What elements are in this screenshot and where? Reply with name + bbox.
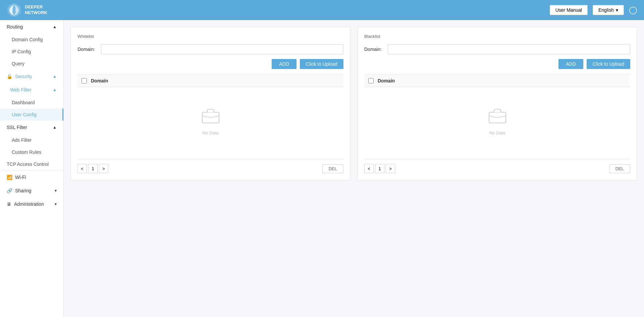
blacklist-del-button[interactable]: DEL: [609, 164, 630, 173]
blacklist-add-button[interactable]: ADD: [558, 59, 583, 69]
blacklist-domain-row: Domain:: [364, 44, 630, 54]
whitelist-no-data-area: No Data: [77, 87, 343, 155]
layout: Routing ▲ Domain Config IP Config Query …: [0, 20, 644, 317]
user-icon[interactable]: ◯: [629, 6, 637, 14]
sidebar-item-security[interactable]: 🔒 Security ▲: [0, 70, 63, 83]
security-label: Security: [15, 74, 32, 79]
chevron-down-icon: ▾: [616, 7, 618, 13]
language-label: English: [598, 7, 614, 13]
sidebar-item-user-config[interactable]: User Config: [0, 109, 63, 121]
sidebar-item-routing[interactable]: Routing ▲: [0, 20, 63, 34]
header: DEEPER NETWORK User Manual English ▾ ◯: [0, 0, 644, 20]
monitor-icon: 🖥: [7, 201, 11, 207]
web-filter-label: Web Filter: [10, 87, 32, 92]
whitelist-panel: Whitelist Domain: ADD Click to Upload Do…: [70, 27, 351, 180]
whitelist-next-page-button[interactable]: >: [99, 164, 108, 173]
whitelist-prev-page-button[interactable]: <: [77, 164, 87, 173]
blacklist-no-data-text: No Data: [489, 130, 505, 135]
sidebar-item-domain-config[interactable]: Domain Config: [0, 34, 63, 46]
routing-chevron: ▲: [53, 24, 57, 29]
whitelist-pagination-row: < 1 > DEL: [77, 159, 343, 173]
sidebar-item-sharing[interactable]: 🔗 Sharing ▾: [0, 184, 63, 197]
whitelist-pagination-controls: < 1 >: [77, 164, 108, 173]
blacklist-prev-page-button[interactable]: <: [364, 164, 374, 173]
svg-rect-2: [489, 112, 506, 123]
whitelist-domain-label: Domain:: [77, 47, 98, 52]
wifi-icon: 📶: [7, 175, 12, 180]
sidebar-item-custom-rules[interactable]: Custom Rules: [0, 146, 63, 158]
whitelist-select-all-checkbox[interactable]: [82, 78, 87, 83]
lock-icon: 🔒: [7, 74, 12, 79]
whitelist-domain-column-header: Domain: [91, 78, 108, 83]
ssl-filter-chevron: ▲: [53, 125, 57, 130]
sidebar-item-ssl-filter[interactable]: SSL Filter ▲: [0, 121, 63, 134]
main-content: Whitelist Domain: ADD Click to Upload Do…: [64, 20, 644, 317]
whitelist-upload-button[interactable]: Click to Upload: [300, 59, 343, 69]
sharing-label: Sharing: [15, 188, 31, 193]
sidebar-item-ads-filter[interactable]: Ads Filter: [0, 134, 63, 146]
logo-icon: [7, 3, 21, 17]
user-manual-button[interactable]: User Manual: [550, 5, 588, 15]
administration-label: Administration: [14, 201, 44, 207]
blacklist-pagination-row: < 1 > DEL: [364, 159, 630, 173]
security-chevron: ▲: [53, 74, 57, 79]
whitelist-no-data-text: No Data: [203, 130, 219, 135]
sidebar-item-query[interactable]: Query: [0, 58, 63, 70]
blacklist-panel: Blacklist Domain: ADD Click to Upload Do…: [357, 27, 637, 180]
whitelist-no-data-icon: [201, 107, 221, 128]
blacklist-no-data-area: No Data: [364, 87, 630, 155]
web-filter-chevron: ▲: [53, 87, 57, 92]
whitelist-title: Whitelist: [77, 34, 343, 39]
sidebar-item-ip-config[interactable]: IP Config: [0, 46, 63, 58]
blacklist-select-all-checkbox[interactable]: [368, 78, 374, 83]
blacklist-domain-column-header: Domain: [378, 78, 395, 83]
sidebar-item-wifi[interactable]: 📶 Wi-Fi: [0, 171, 63, 184]
sharing-icon: 🔗: [7, 188, 12, 193]
logo-text: DEEPER NETWORK: [25, 4, 47, 16]
blacklist-table-header: Domain: [364, 74, 630, 87]
blacklist-action-row: ADD Click to Upload: [364, 59, 630, 69]
sidebar-item-web-filter[interactable]: Web Filter ▲: [0, 83, 63, 97]
whitelist-del-button[interactable]: DEL: [322, 164, 343, 173]
blacklist-title: Blacklist: [364, 34, 630, 39]
whitelist-add-button[interactable]: ADD: [272, 59, 297, 69]
whitelist-page-number: 1: [88, 164, 98, 173]
two-panel: Whitelist Domain: ADD Click to Upload Do…: [70, 27, 637, 180]
whitelist-domain-row: Domain:: [77, 44, 343, 54]
whitelist-table-header: Domain: [77, 74, 343, 87]
language-button[interactable]: English ▾: [593, 5, 624, 15]
sidebar-item-dashboard[interactable]: Dashboard: [0, 97, 63, 109]
header-right: User Manual English ▾ ◯: [550, 5, 637, 15]
sidebar-item-administration[interactable]: 🖥 Administration ▾: [0, 197, 63, 211]
logo-area: DEEPER NETWORK: [7, 3, 47, 17]
blacklist-no-data-icon: [487, 107, 507, 128]
whitelist-domain-input[interactable]: [101, 44, 343, 54]
routing-label: Routing: [7, 24, 23, 29]
blacklist-domain-input[interactable]: [388, 44, 630, 54]
whitelist-action-row: ADD Click to Upload: [77, 59, 343, 69]
blacklist-next-page-button[interactable]: >: [386, 164, 395, 173]
sidebar-item-tcp-access[interactable]: TCP Access Control: [0, 158, 63, 170]
blacklist-upload-button[interactable]: Click to Upload: [587, 59, 630, 69]
blacklist-page-number: 1: [375, 164, 384, 173]
administration-chevron: ▾: [55, 202, 57, 206]
blacklist-domain-label: Domain:: [364, 47, 384, 52]
blacklist-pagination-controls: < 1 >: [364, 164, 395, 173]
sidebar: Routing ▲ Domain Config IP Config Query …: [0, 20, 64, 317]
svg-rect-1: [202, 112, 219, 123]
ssl-filter-label: SSL Filter: [7, 125, 27, 130]
sharing-chevron: ▾: [55, 188, 57, 193]
wifi-label: Wi-Fi: [15, 175, 26, 180]
